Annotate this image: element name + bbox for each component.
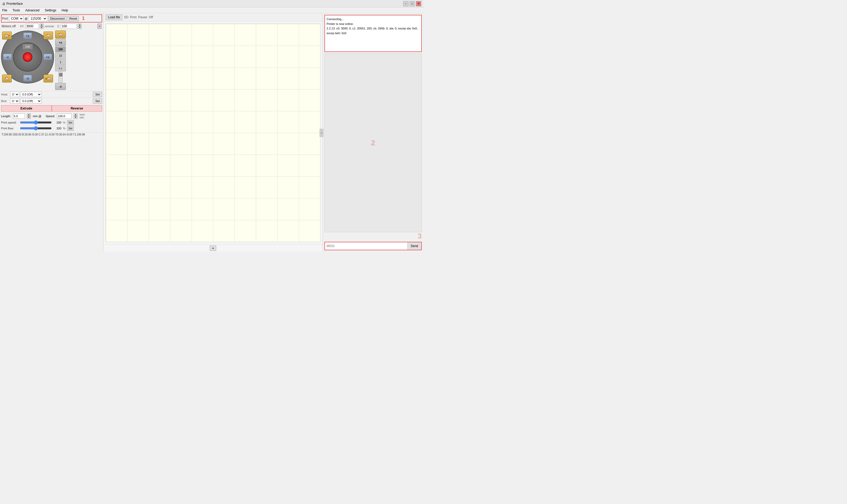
- z-home-button[interactable]: 🏠: [55, 31, 66, 38]
- app-icon: 🖨: [2, 2, 5, 5]
- z-controls: 🏠 +z 100 10 1 0.1 -z: [55, 31, 66, 90]
- jog-plus-x-button[interactable]: +x: [43, 54, 52, 60]
- bed-label: Bed:: [1, 100, 9, 103]
- z-speed-input[interactable]: [61, 23, 77, 29]
- length-speed-row: Length: ▲ ▼ mm @ Speed: ▲ ▼ mm/min: [1, 113, 102, 120]
- maximize-button[interactable]: □: [410, 1, 415, 6]
- canvas-collapse-right[interactable]: ›: [320, 129, 323, 137]
- z-minus-button[interactable]: -z: [55, 83, 66, 90]
- menu-file[interactable]: File: [1, 8, 8, 13]
- baud-select[interactable]: 115200 9600 19200 38400 57600 250000: [29, 16, 47, 21]
- jog-minus-x-button[interactable]: -x: [3, 54, 12, 60]
- speed-unit: mm/min: [80, 113, 85, 119]
- jog-plus-y-button[interactable]: +y: [23, 33, 32, 39]
- home-z-corner-button[interactable]: 🏠: [43, 32, 53, 39]
- right-panel: Connecting... Printer is now online. 2.2…: [322, 13, 423, 252]
- z-step-1[interactable]: 1: [55, 59, 66, 65]
- length-down[interactable]: ▼: [27, 116, 31, 119]
- z-speed-up[interactable]: ▲: [78, 23, 82, 26]
- console-mid-area: 2: [324, 54, 422, 232]
- jog-minus-y-button[interactable]: -y: [23, 75, 32, 82]
- length-up[interactable]: ▲: [27, 113, 31, 116]
- heat-value-select[interactable]: 0.0 (Off): [20, 92, 42, 97]
- window-controls: − □ ✕: [403, 1, 421, 6]
- extrude-speed-input[interactable]: [57, 113, 72, 119]
- speed-label: Speed:: [46, 114, 55, 118]
- print-speed-slider[interactable]: [20, 121, 52, 124]
- section-2-label: 2: [371, 139, 375, 147]
- off-label: Off: [149, 15, 153, 19]
- print-flow-set-button[interactable]: Set: [67, 126, 74, 131]
- canvas-area: Load file SD Print Pause Off › +: [104, 13, 322, 252]
- console-line-1: Connecting...: [327, 17, 420, 22]
- reverse-button[interactable]: Reverse: [52, 105, 102, 112]
- bed-value-select[interactable]: 0.0 (Off): [20, 98, 42, 104]
- extrude-speed-down[interactable]: ▼: [74, 116, 77, 119]
- command-row: Send: [324, 242, 422, 250]
- z-step-100[interactable]: 100: [55, 47, 66, 52]
- print-flow-slider[interactable]: [20, 127, 52, 130]
- print-flow-row: Print flow: 100 % Set: [1, 125, 102, 131]
- z-speed-down[interactable]: ▼: [78, 26, 82, 29]
- main-layout: Port COM5 COM1 COM2 COM3 COM4 @ 115200 9…: [0, 13, 423, 252]
- reset-button[interactable]: Reset: [68, 16, 79, 21]
- port-select[interactable]: COM5 COM1 COM2 COM3 COM4: [9, 16, 23, 21]
- length-label: Length:: [1, 114, 11, 118]
- extrude-speed-up[interactable]: ▲: [74, 113, 77, 116]
- collapse-left-button[interactable]: <: [98, 23, 102, 29]
- close-button[interactable]: ✕: [416, 1, 421, 6]
- z-step-01[interactable]: 0.1: [55, 66, 66, 71]
- home-all-button[interactable]: 🏠x: [2, 32, 12, 39]
- extrude-button[interactable]: Extrude: [1, 105, 52, 112]
- canvas-bottom-bar: +: [104, 244, 322, 252]
- jog-pad: 🏠x +y 🏠 -x +x -y 🏠: [1, 31, 54, 84]
- send-button[interactable]: Send: [407, 242, 421, 250]
- print-speed-set-button[interactable]: Set: [67, 120, 74, 125]
- z-plus-button[interactable]: +z: [55, 39, 66, 46]
- xy-unit: mm/min: [45, 25, 54, 28]
- disconnect-button[interactable]: Disconnect: [48, 16, 66, 21]
- print-flow-value: 100: [53, 127, 61, 130]
- z-step-slider[interactable]: [58, 72, 63, 83]
- app-title-text: Pronterface: [6, 2, 23, 5]
- bed-set-button[interactable]: Set: [93, 98, 102, 104]
- home-bottom-right-button[interactable]: y🏠: [43, 74, 53, 83]
- left-panel: Port COM5 COM1 COM2 COM3 COM4 @ 115200 9…: [0, 13, 104, 252]
- load-file-button[interactable]: Load file: [106, 14, 122, 20]
- print-flow-label: Print flow:: [1, 127, 18, 130]
- xy-speed-up[interactable]: ▲: [40, 23, 43, 26]
- sd-label: SD: [124, 15, 128, 19]
- menu-tools[interactable]: Tools: [12, 8, 21, 13]
- z-step-10[interactable]: 10: [55, 53, 66, 59]
- heat-set-button[interactable]: Set: [93, 92, 102, 97]
- print-canvas: ›: [106, 23, 320, 242]
- minimize-button[interactable]: −: [403, 1, 408, 6]
- menu-settings[interactable]: Settings: [44, 8, 57, 13]
- add-tab-button[interactable]: +: [210, 246, 216, 251]
- print-speed-row: Print speed: 100 % Set: [1, 120, 102, 125]
- extrude-section: Extrude Reverse: [1, 105, 102, 112]
- menu-advanced[interactable]: Advanced: [24, 8, 40, 13]
- bed-off-select[interactable]: Off On: [10, 98, 19, 104]
- section-1-label: 1: [82, 16, 85, 21]
- xy-speed-down[interactable]: ▼: [40, 26, 43, 29]
- jog-center-button[interactable]: [23, 52, 32, 62]
- console-line-4: excep beh: 0x0: [327, 31, 420, 36]
- console-output: Connecting... Printer is now online. 2.2…: [324, 15, 422, 52]
- command-input[interactable]: [325, 242, 407, 250]
- app-title: 🖨 Pronterface: [2, 2, 23, 5]
- print-speed-value: 100: [53, 121, 61, 124]
- menu-help[interactable]: Help: [60, 8, 69, 13]
- canvas-toolbar: Load file SD Print Pause Off: [104, 13, 322, 21]
- xy-speed-input[interactable]: [25, 23, 39, 29]
- heat-label: Heat:: [1, 93, 9, 96]
- bed-row: Bed: Off On 0.0 (Off) Set: [1, 97, 102, 104]
- heat-off-select[interactable]: Off On: [10, 92, 19, 97]
- console-line-3: 2.2.13: c0: 30/t0: 0, c1: 200/t1: 200, c…: [327, 26, 420, 31]
- at-symbol: @: [25, 17, 28, 20]
- length-input[interactable]: [13, 113, 25, 119]
- port-label: Port: [2, 17, 8, 20]
- length-unit: mm @: [33, 114, 42, 118]
- section-3-area: 3: [324, 232, 422, 240]
- home-bottom-left-button[interactable]: 🏠: [2, 74, 12, 83]
